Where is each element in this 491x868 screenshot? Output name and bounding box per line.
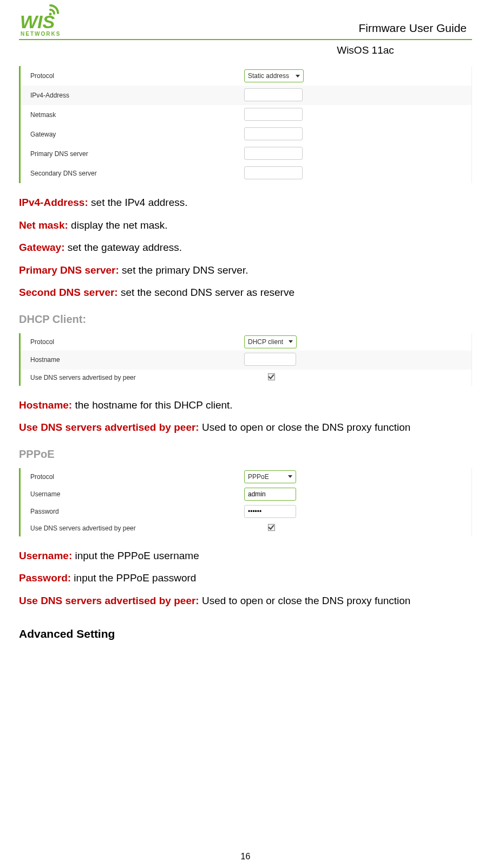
def-sdns: Second DNS server: set the second DNS se…	[19, 285, 472, 300]
chevron-down-icon	[289, 340, 293, 343]
row-pppoe-protocol: Protocol PPPoE	[21, 468, 472, 485]
primary-dns-input[interactable]	[244, 147, 303, 160]
row-protocol: Protocol Static address	[21, 66, 472, 86]
label-gateway: Gateway	[30, 131, 244, 138]
label-protocol: Protocol	[30, 72, 244, 80]
label-pppoe-password: Password	[30, 508, 244, 515]
def-pppoe-username: Username: input the PPPoE username	[19, 548, 472, 563]
label-dhcp-protocol: Protocol	[30, 338, 244, 346]
page-number: 16	[0, 852, 491, 861]
label-dhcp-hostname: Hostname	[30, 356, 244, 364]
doc-subtitle: WisOS 11ac	[279, 44, 452, 56]
pppoe-password-input[interactable]: ••••••	[244, 505, 296, 518]
doc-title: Firmware User Guide	[358, 22, 472, 38]
label-pdns: Primary DNS server	[30, 150, 244, 158]
netmask-input[interactable]	[244, 108, 303, 121]
label-pppoe-username: Username	[30, 490, 244, 498]
row-primary-dns: Primary DNS server	[21, 144, 472, 164]
def-gateway: Gateway: set the gateway address.	[19, 240, 472, 255]
row-gateway: Gateway	[21, 125, 472, 144]
secondary-dns-input[interactable]	[244, 166, 303, 179]
row-dhcp-protocol: Protocol DHCP client	[21, 333, 472, 351]
dhcp-usedns-checkbox[interactable]	[268, 373, 275, 380]
section-pppoe: PPPoE	[19, 448, 472, 461]
chevron-down-icon	[288, 475, 292, 478]
pppoe-username-input[interactable]: admin	[244, 488, 296, 501]
pppoe-protocol-value: PPPoE	[248, 471, 269, 483]
chevron-down-icon	[296, 75, 300, 77]
page-header: WIS NETWORKS Firmware User Guide	[19, 0, 472, 38]
hostname-input[interactable]	[244, 353, 296, 366]
section-advanced-setting: Advanced Setting	[19, 627, 472, 640]
gateway-input[interactable]	[244, 127, 303, 140]
label-pppoe-usedns: Use DNS servers advertised by peer	[30, 524, 244, 532]
svg-text:WIS: WIS	[20, 11, 55, 32]
def-hostname: Hostname: the hostname for this DHCP cli…	[19, 398, 472, 413]
page-content: Protocol Static address IPv4-Address Net…	[19, 56, 472, 640]
header-rule	[19, 39, 472, 40]
row-netmask: Netmask	[21, 105, 472, 125]
row-pppoe-password: Password ••••••	[21, 503, 472, 520]
row-ipv4: IPv4-Address	[21, 86, 472, 105]
row-secondary-dns: Secondary DNS server	[21, 164, 472, 183]
section-dhcp-client: DHCP Client:	[19, 313, 472, 326]
wis-logo: WIS NETWORKS	[19, 3, 62, 38]
dhcp-client-panel: Protocol DHCP client Hostname Use DNS se…	[19, 333, 472, 386]
def-pdns: Primary DNS server: set the primary DNS …	[19, 263, 472, 278]
def-dhcp-usedns: Use DNS servers advertised by peer: Used…	[19, 420, 472, 435]
protocol-select-value: Static address	[248, 70, 289, 82]
row-dhcp-usedns: Use DNS servers advertised by peer	[21, 370, 472, 386]
label-netmask: Netmask	[30, 111, 244, 119]
def-ipv4: IPv4-Address: set the IPv4 address.	[19, 195, 472, 210]
def-pppoe-usedns: Use DNS servers advertised by peer: Used…	[19, 593, 472, 608]
label-pppoe-protocol: Protocol	[30, 473, 244, 481]
row-dhcp-hostname: Hostname	[21, 351, 472, 370]
label-sdns: Secondary DNS server	[30, 170, 244, 177]
dhcp-protocol-value: DHCP client	[248, 336, 283, 348]
label-dhcp-usedns: Use DNS servers advertised by peer	[30, 374, 244, 381]
protocol-select[interactable]: Static address	[244, 69, 304, 82]
ipv4-input[interactable]	[244, 88, 303, 101]
pppoe-protocol-select[interactable]: PPPoE	[244, 470, 296, 483]
pppoe-panel: Protocol PPPoE Username admin Password •…	[19, 468, 472, 536]
dhcp-protocol-select[interactable]: DHCP client	[244, 335, 297, 348]
label-ipv4: IPv4-Address	[30, 92, 244, 99]
static-address-panel: Protocol Static address IPv4-Address Net…	[19, 66, 472, 183]
row-pppoe-usedns: Use DNS servers advertised by peer	[21, 520, 472, 536]
pppoe-usedns-checkbox[interactable]	[268, 524, 275, 531]
def-pppoe-password: Password: input the PPPoE password	[19, 571, 472, 586]
row-pppoe-username: Username admin	[21, 485, 472, 503]
svg-text:NETWORKS: NETWORKS	[21, 31, 61, 37]
def-netmask: Net mask: display the net mask.	[19, 218, 472, 233]
